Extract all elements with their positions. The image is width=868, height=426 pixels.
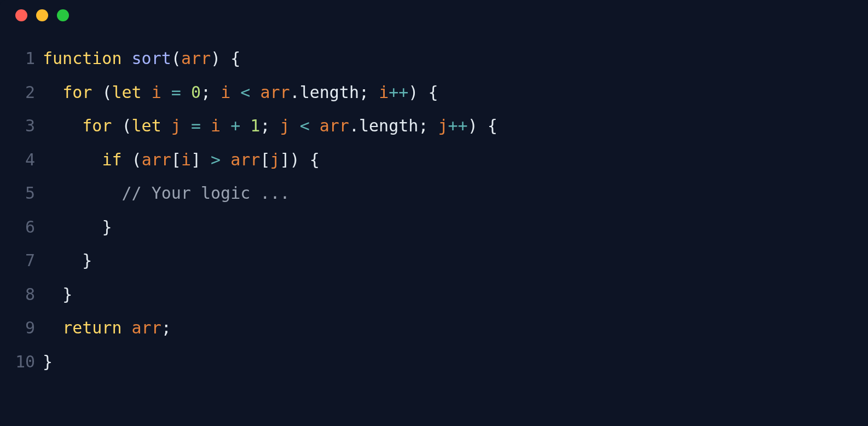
- line-number: 7: [0, 244, 43, 278]
- code-line: 3 for (let j = i + 1; j < arr.length; j+…: [0, 109, 868, 143]
- code-line: 7 }: [0, 244, 868, 278]
- close-icon[interactable]: [15, 9, 27, 21]
- maximize-icon[interactable]: [57, 9, 69, 21]
- code-content: }: [43, 278, 868, 312]
- line-number: 2: [0, 76, 43, 110]
- line-number: 8: [0, 278, 43, 312]
- line-number: 10: [0, 345, 43, 379]
- code-line: 6 }: [0, 210, 868, 244]
- line-number: 1: [0, 42, 43, 76]
- code-line: 8 }: [0, 278, 868, 312]
- line-number: 9: [0, 311, 43, 345]
- code-content: if (arr[i] > arr[j]) {: [43, 143, 868, 177]
- code-content: for (let j = i + 1; j < arr.length; j++)…: [43, 109, 868, 143]
- code-content: function sort(arr) {: [43, 42, 868, 76]
- editor-window: 1 function sort(arr) { 2 for (let i = 0;…: [0, 0, 868, 426]
- code-line: 10 }: [0, 345, 868, 379]
- code-content: // Your logic ...: [43, 176, 868, 210]
- titlebar: [0, 0, 868, 31]
- code-content: return arr;: [43, 311, 868, 345]
- code-content: }: [43, 345, 868, 379]
- code-line: 4 if (arr[i] > arr[j]) {: [0, 143, 868, 177]
- code-line: 1 function sort(arr) {: [0, 42, 868, 76]
- code-line: 5 // Your logic ...: [0, 176, 868, 210]
- code-editor[interactable]: 1 function sort(arr) { 2 for (let i = 0;…: [0, 31, 868, 426]
- code-line: 9 return arr;: [0, 311, 868, 345]
- code-line: 2 for (let i = 0; i < arr.length; i++) {: [0, 76, 868, 110]
- line-number: 4: [0, 143, 43, 177]
- code-content: }: [43, 244, 868, 278]
- code-content: }: [43, 210, 868, 244]
- line-number: 5: [0, 176, 43, 210]
- minimize-icon[interactable]: [36, 9, 48, 21]
- line-number: 6: [0, 210, 43, 244]
- code-content: for (let i = 0; i < arr.length; i++) {: [43, 76, 868, 110]
- line-number: 3: [0, 109, 43, 143]
